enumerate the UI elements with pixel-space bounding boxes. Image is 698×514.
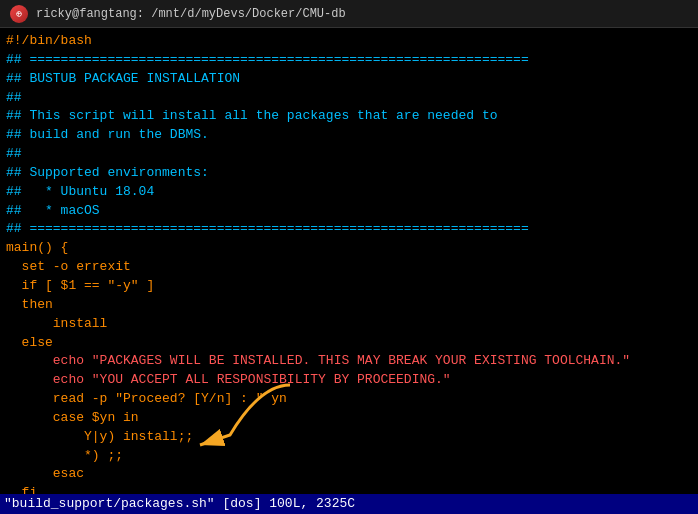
code-line-install1: install (6, 315, 692, 334)
code-line-bustub: ## BUSTUB PACKAGE INSTALLATION (6, 70, 692, 89)
code-line-script: ## This script will install all the pack… (6, 107, 692, 126)
code-line-star_case: *) ;; (6, 447, 692, 466)
code-line-sep2: ## =====================================… (6, 220, 692, 239)
code-line-supported: ## Supported environments: (6, 164, 692, 183)
code-line-else: else (6, 334, 692, 353)
code-line-then: then (6, 296, 692, 315)
code-line-macos: ## * macOS (6, 202, 692, 221)
terminal-area[interactable]: #!/bin/bash## ==========================… (0, 28, 698, 514)
code-display: #!/bin/bash## ==========================… (6, 32, 692, 503)
code-line-main: main() { (6, 239, 692, 258)
code-line-echo2: echo "YOU ACCEPT ALL RESPONSIBILITY BY P… (6, 371, 692, 390)
status-bar: "build_support/packages.sh" [dos] 100L, … (0, 494, 698, 514)
terminal-icon: ⊕ (10, 5, 28, 23)
code-line-y_case: Y|y) install;; (6, 428, 692, 447)
code-line-set: set -o errexit (6, 258, 692, 277)
code-line-shebang: #!/bin/bash (6, 32, 692, 51)
code-line-hash2: ## (6, 145, 692, 164)
title-bar: ⊕ ricky@fangtang: /mnt/d/myDevs/Docker/C… (0, 0, 698, 28)
code-line-echo1: echo "PACKAGES WILL BE INSTALLED. THIS M… (6, 352, 692, 371)
code-line-esac: esac (6, 465, 692, 484)
code-line-hash1: ## (6, 89, 692, 108)
code-line-read: read -p "Proceed? [Y/n] : " yn (6, 390, 692, 409)
code-line-ubuntu: ## * Ubuntu 18.04 (6, 183, 692, 202)
code-line-case: case $yn in (6, 409, 692, 428)
code-line-sep1: ## =====================================… (6, 51, 692, 70)
code-line-if: if [ $1 == "-y" ] (6, 277, 692, 296)
code-line-build: ## build and run the DBMS. (6, 126, 692, 145)
title-bar-text: ricky@fangtang: /mnt/d/myDevs/Docker/CMU… (36, 7, 346, 21)
